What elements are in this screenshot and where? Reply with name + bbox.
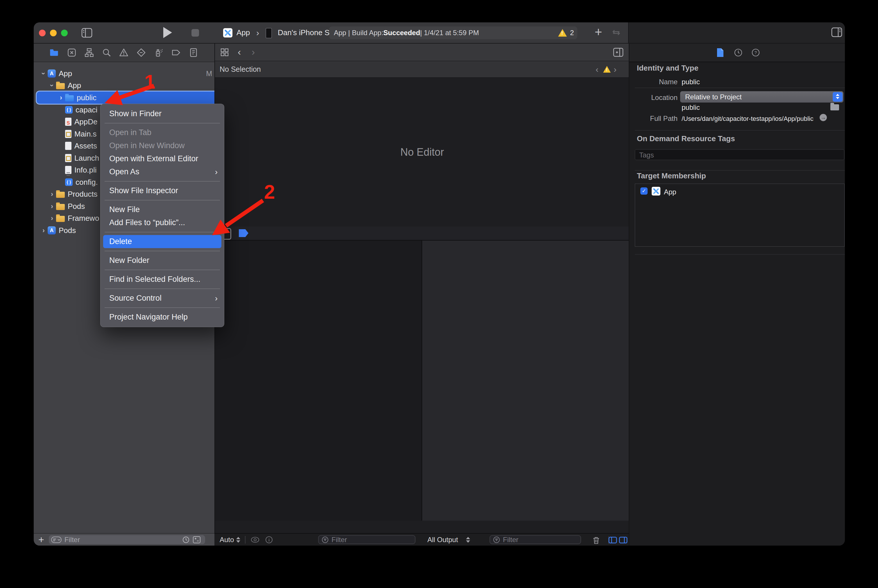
variables-view[interactable]: [215, 240, 629, 520]
storyboard-file-icon: [65, 130, 72, 138]
name-value[interactable]: public: [681, 78, 700, 86]
inspector-toggle-icon[interactable]: [831, 27, 842, 37]
target-checkbox[interactable]: ✓: [640, 188, 648, 195]
variables-scope-selector[interactable]: Auto: [220, 536, 234, 544]
menu-item-find-in-selected-folders[interactable]: Find in Selected Folders...: [101, 273, 224, 286]
menu-item-show-file-inspector[interactable]: Show File Inspector: [101, 184, 224, 197]
warning-count[interactable]: 2: [570, 26, 574, 39]
clear-console-trash-icon[interactable]: [592, 536, 600, 545]
menu-item-delete[interactable]: Delete: [103, 235, 221, 248]
project-navigator-icon[interactable]: [49, 48, 59, 57]
source-control-navigator-icon[interactable]: [67, 48, 77, 57]
location-label: Location: [635, 93, 677, 102]
filter-icon: [51, 537, 62, 543]
tree-row-app-group[interactable]: › App: [34, 79, 229, 92]
menu-item-project-navigator-help[interactable]: Project Navigator Help: [101, 310, 224, 324]
editor-grid-icon[interactable]: [220, 48, 229, 57]
debug-navigator-icon[interactable]: [154, 48, 164, 57]
help-inspector-tab-icon[interactable]: ?: [751, 48, 760, 57]
issue-warning-icon[interactable]: !: [603, 66, 611, 73]
disclosure-icon[interactable]: ›: [48, 81, 56, 90]
toolbar: App › Dan's iPhone SE App | Build App: S…: [34, 22, 845, 44]
quicklook-eye-icon: [250, 536, 260, 543]
console-scope-selector[interactable]: All Output: [428, 536, 458, 544]
add-button[interactable]: +: [588, 22, 609, 43]
plist-file-icon: [65, 166, 72, 174]
menu-item-add-files[interactable]: Add Files to “public”...: [101, 216, 224, 229]
submenu-chevron-icon: ›: [215, 165, 218, 178]
submenu-chevron-icon: ›: [215, 292, 218, 305]
dropdown-stepper-icon: [833, 92, 842, 102]
recent-files-clock-icon[interactable]: [182, 536, 189, 543]
menu-item-source-control[interactable]: Source Control›: [101, 292, 224, 305]
jump-bar[interactable]: No Selection ‹ ! ›: [215, 61, 629, 78]
next-issue-chevron-icon[interactable]: ›: [614, 64, 617, 74]
report-navigator-icon[interactable]: [189, 48, 198, 57]
console-view[interactable]: [422, 240, 630, 520]
activity-view[interactable]: App | Build App: Succeeded | 1/4/21 at 5…: [329, 26, 577, 39]
debug-bar: [215, 226, 629, 240]
debug-bottom-bar: Auto Filter All Output Filter: [215, 533, 629, 546]
test-navigator-icon[interactable]: [136, 48, 146, 57]
run-button[interactable]: [163, 27, 172, 38]
add-editor-icon[interactable]: [613, 48, 623, 57]
config-file-icon: { }: [65, 106, 73, 114]
tree-row-public-selected[interactable]: › public: [37, 92, 231, 104]
disclosure-icon[interactable]: ›: [48, 190, 56, 198]
scm-changes-filter-icon[interactable]: [193, 536, 201, 543]
reveal-path-arrow-icon[interactable]: →: [819, 114, 827, 121]
run-destination[interactable]: Dan's iPhone SE: [278, 22, 335, 43]
history-inspector-tab-icon[interactable]: [734, 48, 743, 57]
library-icon[interactable]: [609, 28, 623, 38]
folder-icon: [56, 204, 65, 210]
breakpoint-navigator-icon[interactable]: [171, 48, 181, 57]
symbol-navigator-icon[interactable]: [84, 48, 94, 57]
inspector-panel: ? Identity and Type Name public Location…: [629, 44, 845, 546]
console-pane-toggle-icon[interactable]: [619, 537, 627, 543]
back-chevron-icon[interactable]: ‹: [238, 44, 241, 61]
add-file-button[interactable]: +: [38, 534, 44, 545]
prev-issue-chevron-icon[interactable]: ‹: [596, 64, 599, 74]
close-window-button[interactable]: [39, 30, 46, 36]
sidebar-toggle-icon[interactable]: [81, 28, 92, 38]
breakpoints-toggle-icon[interactable]: [239, 229, 248, 237]
menu-separator: [105, 251, 220, 251]
minimize-window-button[interactable]: [50, 30, 57, 36]
target-name: App: [664, 188, 676, 196]
menu-item-open-as[interactable]: Open As›: [101, 165, 224, 178]
disclosure-icon[interactable]: ›: [57, 93, 65, 102]
disclosure-icon[interactable]: ›: [48, 214, 56, 222]
zoom-window-button[interactable]: [61, 30, 68, 36]
stop-button[interactable]: [191, 29, 199, 37]
config-file-icon: { }: [65, 178, 73, 186]
menu-separator: [105, 181, 220, 182]
menu-item-new-file[interactable]: New File: [101, 203, 224, 216]
menu-item-show-in-finder[interactable]: Show in Finder: [101, 107, 224, 120]
menu-separator: [105, 232, 220, 232]
menu-item-open-with-external-editor[interactable]: Open with External Editor: [101, 152, 224, 165]
variables-pane-toggle-icon[interactable]: [608, 537, 617, 543]
project-icon: A: [48, 226, 56, 234]
disclosure-icon[interactable]: ›: [48, 202, 56, 210]
console-filter-field[interactable]: Filter: [489, 535, 581, 544]
variables-filter-field[interactable]: Filter: [318, 535, 416, 544]
navigator-filter-field[interactable]: Filter: [49, 535, 205, 544]
tags-input[interactable]: Tags: [635, 149, 844, 160]
disclosure-icon[interactable]: ›: [39, 69, 48, 78]
filter-icon: [322, 536, 329, 543]
name-label: Name: [635, 78, 677, 86]
scm-status-badge: M: [206, 69, 212, 78]
tree-row-app-project[interactable]: › A App M: [34, 68, 220, 80]
warning-icon[interactable]: !: [558, 29, 567, 37]
disclosure-icon[interactable]: ›: [39, 226, 48, 234]
odrt-section-header: On Demand Resource Tags: [637, 134, 735, 143]
no-editor-placeholder: No Editor: [215, 78, 629, 226]
find-navigator-icon[interactable]: [102, 48, 111, 57]
file-inspector-tab-icon[interactable]: [716, 48, 724, 57]
menu-item-new-folder[interactable]: New Folder: [101, 254, 224, 267]
issue-navigator-icon[interactable]: [119, 48, 129, 57]
scheme-selector[interactable]: App: [237, 22, 250, 43]
choose-folder-icon[interactable]: [830, 103, 839, 110]
location-dropdown[interactable]: Relative to Project: [680, 91, 843, 102]
divider: [635, 254, 845, 255]
